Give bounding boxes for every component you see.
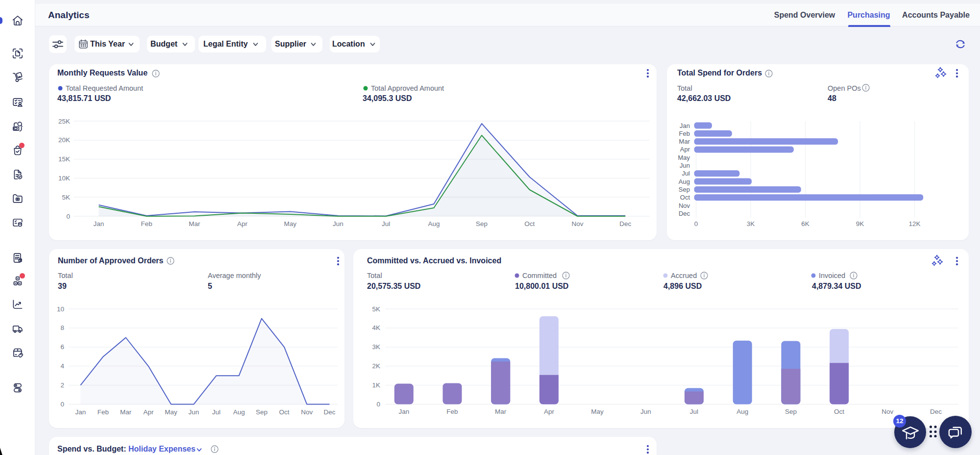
svg-text:5K: 5K (62, 194, 70, 201)
svg-text:Mar: Mar (120, 408, 132, 416)
svg-text:Apr: Apr (544, 408, 555, 415)
svg-text:3K: 3K (372, 343, 380, 351)
svg-text:4K: 4K (372, 324, 380, 331)
svg-text:Feb: Feb (679, 130, 690, 137)
svg-text:Oct: Oct (279, 408, 290, 416)
svg-text:Nov: Nov (301, 408, 313, 416)
svg-text:2K: 2K (372, 362, 380, 370)
svg-text:Jul: Jul (682, 170, 690, 177)
svg-text:25K: 25K (58, 118, 70, 125)
svg-text:Jun: Jun (333, 220, 343, 228)
svg-text:Dec: Dec (679, 210, 690, 217)
svg-text:Jun: Jun (640, 408, 651, 415)
svg-text:Sep: Sep (256, 408, 268, 416)
svg-text:Jan: Jan (94, 220, 104, 228)
svg-text:12K: 12K (909, 220, 921, 228)
svg-text:Nov: Nov (882, 408, 893, 415)
svg-text:May: May (284, 220, 297, 228)
svg-text:Jan: Jan (680, 122, 690, 129)
svg-text:Mar: Mar (495, 408, 507, 415)
svg-text:Sep: Sep (785, 408, 797, 415)
svg-text:Oct: Oct (834, 408, 844, 415)
svg-text:Jun: Jun (680, 162, 690, 169)
svg-text:10K: 10K (58, 175, 70, 182)
svg-text:May: May (591, 408, 604, 415)
svg-text:Aug: Aug (679, 178, 690, 185)
svg-text:6: 6 (60, 343, 64, 351)
svg-text:May: May (678, 154, 690, 161)
svg-text:Feb: Feb (446, 408, 458, 415)
svg-text:15K: 15K (58, 155, 70, 163)
svg-text:Apr: Apr (680, 146, 690, 153)
svg-text:Dec: Dec (619, 220, 631, 228)
svg-text:10: 10 (57, 305, 64, 313)
svg-text:5K: 5K (372, 305, 380, 313)
svg-text:Jan: Jan (75, 408, 86, 416)
svg-text:Sep: Sep (476, 220, 488, 228)
svg-text:Jul: Jul (212, 408, 220, 416)
svg-text:Sep: Sep (679, 186, 690, 193)
svg-text:Mar: Mar (189, 220, 200, 228)
svg-text:Mar: Mar (679, 138, 690, 145)
svg-text:6K: 6K (801, 220, 809, 228)
svg-text:Dec: Dec (930, 408, 942, 415)
svg-text:Oct: Oct (524, 220, 535, 228)
svg-text:3K: 3K (747, 220, 755, 228)
svg-text:4: 4 (60, 362, 64, 370)
svg-text:Apr: Apr (237, 220, 248, 228)
svg-text:May: May (165, 408, 177, 416)
svg-text:Aug: Aug (736, 408, 748, 415)
svg-text:Feb: Feb (98, 408, 109, 416)
svg-text:Apr: Apr (143, 408, 154, 416)
svg-text:Aug: Aug (233, 408, 245, 416)
svg-text:0: 0 (694, 220, 698, 228)
svg-text:2: 2 (60, 381, 64, 389)
svg-text:0: 0 (376, 401, 380, 408)
svg-text:Jul: Jul (690, 408, 698, 415)
svg-text:20K: 20K (58, 136, 70, 144)
svg-text:Oct: Oct (680, 194, 690, 201)
svg-text:Nov: Nov (679, 202, 690, 209)
svg-text:Feb: Feb (141, 220, 152, 228)
svg-text:Jun: Jun (188, 408, 199, 416)
svg-text:Jul: Jul (382, 220, 390, 228)
svg-text:Aug: Aug (428, 220, 440, 228)
svg-text:9K: 9K (856, 220, 864, 228)
svg-text:1K: 1K (372, 381, 380, 389)
svg-text:0: 0 (66, 213, 70, 220)
svg-text:8: 8 (60, 324, 64, 331)
svg-text:0: 0 (60, 401, 64, 408)
svg-text:Jan: Jan (398, 408, 409, 415)
svg-text:Nov: Nov (571, 220, 583, 228)
svg-text:Dec: Dec (323, 408, 335, 416)
